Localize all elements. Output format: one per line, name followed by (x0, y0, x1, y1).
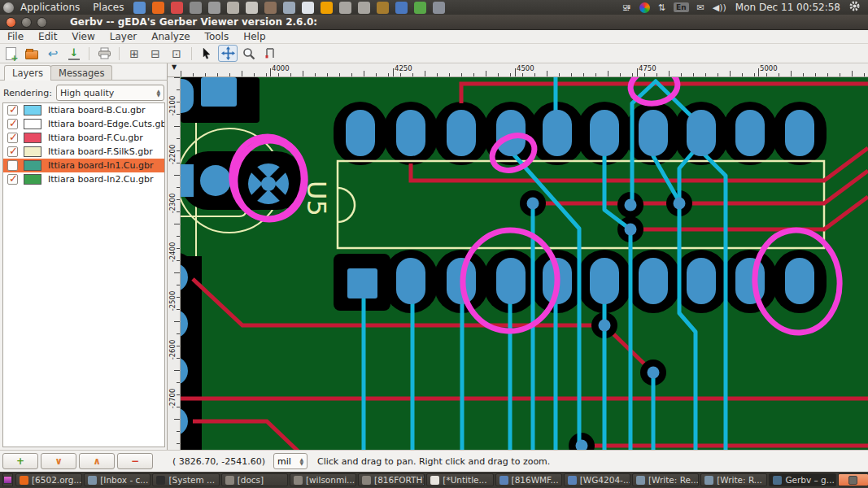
layer-visibility-checkbox[interactable] (7, 174, 18, 185)
pointer-tool-button[interactable] (197, 45, 216, 62)
menu-help[interactable]: Help (236, 31, 273, 42)
layer-row-4[interactable]: Ittiara board-In1.Cu.gbr (3, 159, 164, 172)
layer-color-swatch[interactable] (24, 146, 41, 157)
layer-visibility-checkbox[interactable] (7, 146, 18, 157)
ruler-label: 4250 (395, 64, 412, 72)
editor-icon[interactable] (302, 2, 314, 14)
scanner-icon[interactable] (246, 2, 258, 14)
show-desktop-button[interactable] (2, 473, 13, 486)
window-minimize-button[interactable] (21, 17, 32, 28)
session-gear-icon[interactable] (849, 1, 860, 14)
taskbar-item[interactable]: [WG4204-... (564, 473, 630, 486)
menu-tools[interactable]: Tools (198, 31, 237, 42)
distro-logo-icon[interactable] (3, 2, 14, 13)
taskbar-item[interactable]: [wilsonmi... (290, 473, 356, 486)
folder-icon (362, 476, 371, 485)
taskbar-item[interactable]: [System ... (152, 473, 219, 486)
taskbar-item[interactable]: Gerbv – g... (769, 473, 835, 486)
menu-analyze[interactable]: Analyze (144, 31, 197, 42)
taskbar-item[interactable]: [Write: Re... (632, 473, 699, 486)
tray-icon[interactable] (339, 2, 351, 14)
taskbar-item[interactable]: [816WMF... (495, 473, 562, 486)
taskbar-item[interactable]: [6502.org... (15, 473, 82, 486)
globe-icon[interactable] (283, 2, 295, 14)
clock[interactable]: Mon Dec 11 00:52:58 (735, 2, 840, 13)
menu-file[interactable]: File (0, 31, 31, 42)
folder-icon (294, 476, 303, 485)
taskbar-item[interactable]: [docs] (221, 473, 288, 486)
places-menu[interactable]: Places (86, 2, 130, 13)
tab-layers[interactable]: Layers (4, 65, 51, 81)
zoom-fit-button[interactable]: ⊡ (167, 45, 186, 62)
layer-row-2[interactable]: Ittiara board-F.Cu.gbr (3, 131, 164, 145)
menu-edit[interactable]: Edit (31, 31, 64, 42)
revert-button[interactable]: ↩ (43, 45, 63, 62)
layer-visibility-checkbox[interactable] (7, 133, 18, 143)
window-titlebar[interactable]: Gerbv -- gEDA's Gerber Viewer version 2.… (0, 15, 868, 30)
notes-icon[interactable] (171, 2, 183, 14)
display-icon[interactable]: 🖳 (622, 2, 631, 13)
layer-color-swatch[interactable] (24, 160, 41, 171)
measure-tool-button[interactable] (260, 45, 280, 62)
firefox-icon[interactable] (152, 2, 164, 14)
keyboard-icon[interactable] (190, 2, 202, 14)
spreadsheet-icon[interactable] (414, 2, 426, 14)
zoom-tool-button[interactable] (239, 45, 259, 62)
weather-icon[interactable] (133, 2, 146, 14)
layer-color-swatch[interactable] (24, 119, 41, 129)
zoom-out-button[interactable]: ⊟ (146, 45, 165, 62)
taskbar-item[interactable]: [Write: R... (700, 473, 767, 486)
tab-messages[interactable]: Messages (50, 65, 112, 81)
new-file-button[interactable]: + (1, 45, 20, 62)
layer-row-3[interactable]: Ittiara board-F.SilkS.gbr (3, 145, 164, 159)
volume-icon[interactable]: ◀)) (713, 2, 726, 13)
document-icon[interactable] (395, 2, 408, 14)
move-down-button[interactable]: ∨ (41, 453, 76, 469)
taskbar-item[interactable]: [816FORTH] (358, 473, 425, 486)
tray-icon[interactable] (358, 2, 370, 14)
mail-icon[interactable]: ✉ (697, 2, 704, 13)
window-close-button[interactable] (6, 17, 16, 28)
colorwheel-icon[interactable] (639, 2, 650, 13)
keyboard-layout-indicator[interactable]: En (674, 2, 689, 12)
layer-color-swatch[interactable] (24, 105, 41, 115)
rendering-quality-select[interactable]: High quality ▲▼ (56, 85, 164, 101)
layer-color-swatch[interactable] (24, 174, 41, 185)
updown-arrows-icon[interactable]: ⇅ (658, 2, 665, 13)
layer-row-5[interactable]: Ittiara board-In2.Cu.gbr (3, 172, 164, 186)
layer-color-swatch[interactable] (24, 133, 41, 143)
move-up-button[interactable]: ∧ (79, 453, 115, 469)
math-icon[interactable] (433, 2, 445, 14)
ornament-icon[interactable] (377, 2, 389, 14)
layer-name: Ittiara board-Edge.Cuts.gbr (48, 119, 165, 129)
layer-visibility-checkbox[interactable] (7, 119, 18, 129)
zoom-in-button[interactable]: ⊞ (124, 45, 144, 62)
rendering-label: Rendering: (3, 88, 52, 98)
remove-layer-button[interactable]: − (117, 453, 153, 469)
window-maximize-button[interactable] (37, 17, 47, 28)
media-icon[interactable] (264, 2, 277, 14)
ubuntuone-icon[interactable] (321, 2, 333, 14)
layer-name: Ittiara board-B.Cu.gbr (48, 105, 145, 115)
layer-visibility-checkbox[interactable] (7, 160, 18, 171)
layer-visibility-checkbox[interactable] (7, 105, 18, 115)
archive-icon[interactable] (227, 2, 239, 14)
zoom-fit-icon: ⊡ (172, 47, 181, 60)
gerber-render-canvas[interactable]: U5 (181, 77, 868, 455)
taskbar-item[interactable]: [Inbox - c... (84, 473, 150, 486)
open-file-button[interactable] (22, 45, 41, 62)
menu-layer[interactable]: Layer (103, 31, 144, 42)
save-button[interactable]: ↓ (64, 45, 84, 62)
urgent-window-button[interactable] (838, 473, 868, 486)
layer-row-0[interactable]: Ittiara board-B.Cu.gbr (3, 103, 164, 117)
taskbar-item[interactable]: [*Untitle... (426, 473, 493, 486)
print-button[interactable] (94, 45, 114, 62)
add-layer-button[interactable]: + (2, 453, 38, 469)
unit-value: mil (277, 456, 291, 467)
applications-menu[interactable]: Applications (14, 2, 86, 13)
layer-row-1[interactable]: Ittiara board-Edge.Cuts.gbr (3, 117, 164, 131)
camera-icon[interactable] (208, 2, 220, 14)
pan-tool-button[interactable] (218, 45, 238, 62)
unit-select[interactable]: mil ▲▼ (273, 453, 308, 469)
menu-view[interactable]: View (64, 31, 102, 42)
